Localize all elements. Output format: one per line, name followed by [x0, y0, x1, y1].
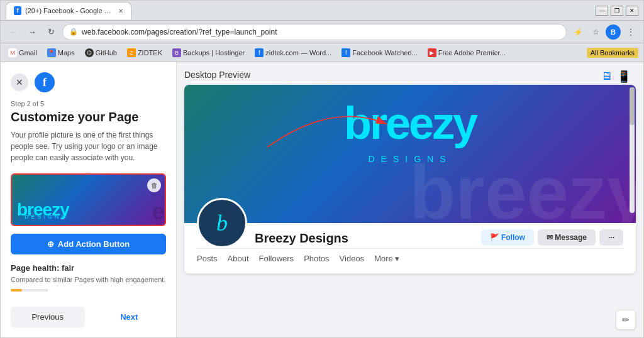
preview-device-icons: 🖥 📱	[601, 70, 631, 84]
fb-cover-watermark: breezy	[409, 149, 636, 223]
fb-profile-picture: b	[197, 198, 247, 248]
tab-favicon: f	[14, 6, 21, 15]
active-tab[interactable]: f (20+) Facebook - Google Chrome ✕	[6, 2, 131, 19]
menu-btn[interactable]: ⋮	[623, 25, 638, 40]
nav-buttons: Previous Next	[11, 302, 166, 327]
bm-fb-watched[interactable]: f Facebook Watched...	[339, 47, 420, 58]
main-content: ✕ f Step 2 of 5 Customize your Page Your…	[1, 62, 643, 337]
fb-page-tabs: Posts About Followers Photos Videos More…	[197, 248, 623, 266]
fb-page-preview: breezy DESIGNS breezy b Breezy Designs	[184, 85, 636, 274]
gmail-favicon: M	[8, 48, 17, 57]
fb-logo: f	[35, 72, 55, 92]
extensions-btn[interactable]: ⚡	[570, 25, 586, 40]
action-btn-icon: ⊕	[47, 239, 54, 249]
fb-tab-posts[interactable]: Posts	[197, 254, 218, 263]
fb-message-btn[interactable]: ✉ Message	[538, 229, 596, 246]
next-button[interactable]: Next	[92, 307, 167, 327]
backups-favicon: B	[172, 48, 181, 57]
browser-tabs: f (20+) Facebook - Google Chrome ✕	[6, 2, 591, 19]
browser-titlebar: f (20+) Facebook - Google Chrome ✕ — ❐ ✕	[1, 1, 643, 21]
bookmarks-bar: M Gmail 📍 Maps ⌬ GitHub Z ZIDTEK B Backu…	[1, 43, 643, 62]
preview-area: Desktop Preview 🖥 📱 breezy DESIGNS breez…	[177, 62, 643, 337]
fb-page-name: Breezy Designs	[255, 231, 474, 246]
fb-tab-followers[interactable]: Followers	[259, 254, 294, 263]
mobile-preview-icon[interactable]: 📱	[617, 70, 631, 84]
fb-profile-area: b Breezy Designs 🚩 Follow ✉ Message ··· …	[184, 223, 636, 274]
fb-follow-btn[interactable]: 🚩 Follow	[481, 229, 534, 246]
delete-cover-btn[interactable]: 🗑	[147, 178, 161, 192]
cover-designs-text: DESIGNS	[25, 214, 68, 220]
health-bar-container	[11, 289, 48, 292]
address-bar-row: ← → ↻ 🔒 web.facebook.com/pages/creation/…	[1, 21, 643, 43]
restore-btn[interactable]: ❐	[611, 6, 623, 16]
previous-button[interactable]: Previous	[11, 307, 85, 327]
zidtek-favicon: Z	[127, 48, 136, 57]
fb-tab-videos[interactable]: Videos	[340, 254, 365, 263]
add-action-button[interactable]: ⊕ Add Action Button	[11, 234, 166, 254]
preview-scrollbar[interactable]	[630, 87, 635, 213]
desktop-preview-icon[interactable]: 🖥	[601, 70, 612, 84]
address-actions: ⚡ ☆ B ⋮	[570, 25, 638, 40]
fb-watched-favicon: f	[341, 48, 350, 57]
back-btn[interactable]: ←	[6, 25, 21, 40]
fb-tab-photos[interactable]: Photos	[304, 254, 329, 263]
cover-watermark-text: e	[152, 199, 165, 225]
forward-btn[interactable]: →	[25, 25, 40, 40]
sidebar-header: ✕ f	[11, 72, 166, 92]
fb-logo-letter: f	[43, 76, 47, 89]
bm-gmail[interactable]: M Gmail	[6, 47, 40, 58]
adobe-favicon: ▶	[428, 48, 436, 57]
description-text: Your profile picture is one of the first…	[11, 129, 166, 163]
all-bookmarks-btn[interactable]: All Bookmarks	[587, 48, 638, 58]
profile-btn[interactable]: B	[606, 25, 621, 40]
window-controls: — ❐ ✕	[596, 6, 638, 16]
fb-cover-breezy: breezy	[344, 97, 476, 149]
health-desc: Compared to similar Pages with high enga…	[11, 275, 166, 285]
zidtek2-favicon: f	[255, 48, 264, 57]
maps-favicon: 📍	[47, 48, 56, 57]
tab-title: (20+) Facebook - Google Chrome	[25, 7, 114, 14]
fb-tab-about[interactable]: About	[228, 254, 249, 263]
sidebar-close-btn[interactable]: ✕	[11, 74, 28, 91]
edit-preview-btn[interactable]: ✏	[616, 310, 636, 330]
fb-tab-more[interactable]: More ▾	[374, 254, 399, 263]
minimize-btn[interactable]: —	[596, 6, 608, 16]
health-bar-fill	[11, 289, 22, 292]
page-customize-title: Customize your Page	[11, 110, 166, 124]
github-favicon: ⌬	[85, 48, 94, 57]
fb-profile-letter: b	[216, 210, 228, 236]
bm-maps[interactable]: 📍 Maps	[45, 47, 77, 58]
address-bar[interactable]: 🔒 web.facebook.com/pages/creation/?ref_t…	[62, 24, 567, 40]
bm-adobe[interactable]: ▶ Free Adobe Premier...	[425, 47, 508, 58]
refresh-btn[interactable]: ↻	[43, 25, 58, 40]
bm-github[interactable]: ⌬ GitHub	[82, 47, 119, 58]
left-sidebar: ✕ f Step 2 of 5 Customize your Page Your…	[1, 62, 177, 337]
url-text: web.facebook.com/pages/creation/?ref_typ…	[82, 28, 560, 36]
bookmark-btn[interactable]: ☆	[588, 25, 603, 40]
close-btn[interactable]: ✕	[626, 6, 638, 16]
browser-window: f (20+) Facebook - Google Chrome ✕ — ❐ ✕…	[0, 0, 644, 338]
bm-zidtek[interactable]: Z ZIDTEK	[125, 47, 165, 58]
health-label: Page health: fair	[11, 263, 166, 273]
scrollbar-thumb[interactable]	[630, 87, 635, 125]
tab-close-btn[interactable]: ✕	[118, 8, 123, 14]
bm-zidtek2[interactable]: f zidtek.com — Word...	[252, 47, 334, 58]
step-label: Step 2 of 5	[11, 100, 166, 107]
preview-label: Desktop Preview	[184, 70, 636, 80]
bm-backups[interactable]: B Backups | Hostinger	[170, 47, 247, 58]
action-btn-label: Add Action Button	[58, 239, 130, 249]
lock-icon: 🔒	[69, 28, 78, 36]
cover-preview-box[interactable]: breezy DESIGNS e 🗑	[11, 173, 166, 226]
fb-more-btn[interactable]: ···	[599, 229, 623, 246]
fb-cover-area: breezy DESIGNS breezy	[184, 85, 636, 223]
